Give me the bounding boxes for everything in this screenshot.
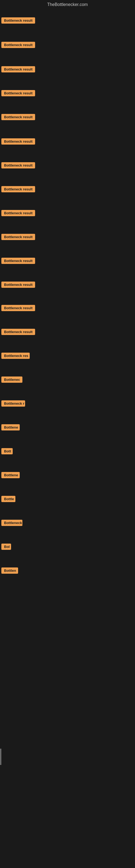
badge-row-24: Bottlen bbox=[1, 567, 18, 575]
badge-row-5: Bottleneck result bbox=[1, 114, 35, 121]
site-title: TheBottlenecker.com bbox=[0, 0, 135, 9]
badge-row-21: Bottle bbox=[1, 496, 15, 503]
badge-row-3: Bottleneck result bbox=[1, 66, 35, 73]
badge-row-14: Bottleneck result bbox=[1, 329, 35, 336]
cursor bbox=[1, 749, 1, 765]
bottleneck-badge-14[interactable]: Bottleneck result bbox=[1, 329, 35, 335]
bottleneck-badge-8[interactable]: Bottleneck result bbox=[1, 186, 35, 192]
bottleneck-badge-20[interactable]: Bottlene bbox=[1, 472, 20, 478]
bottleneck-badge-10[interactable]: Bottleneck result bbox=[1, 234, 35, 240]
badge-row-4: Bottleneck result bbox=[1, 90, 35, 97]
badge-row-15: Bottleneck res bbox=[1, 352, 30, 360]
bottleneck-badge-1[interactable]: Bottleneck result bbox=[1, 18, 35, 24]
badge-row-17: Bottleneck r bbox=[1, 400, 25, 408]
bottleneck-badge-7[interactable]: Bottleneck result bbox=[1, 162, 35, 168]
bottleneck-badge-21[interactable]: Bottle bbox=[1, 496, 15, 502]
bottleneck-badge-16[interactable]: Bottlenec bbox=[1, 376, 22, 383]
badge-row-16: Bottlenec bbox=[1, 376, 22, 384]
bottleneck-badge-15[interactable]: Bottleneck res bbox=[1, 352, 30, 359]
badge-row-12: Bottleneck result bbox=[1, 282, 35, 289]
bottleneck-badge-12[interactable]: Bottleneck result bbox=[1, 282, 35, 288]
badge-row-6: Bottleneck result bbox=[1, 138, 35, 146]
bottleneck-badge-6[interactable]: Bottleneck result bbox=[1, 138, 35, 145]
bottleneck-badge-23[interactable]: Bol bbox=[1, 544, 11, 550]
bottleneck-badge-19[interactable]: Bott bbox=[1, 448, 13, 454]
bottleneck-badge-11[interactable]: Bottleneck result bbox=[1, 258, 35, 264]
bottleneck-badge-18[interactable]: Bottlene bbox=[1, 424, 20, 431]
bottleneck-badge-17[interactable]: Bottleneck r bbox=[1, 400, 25, 407]
badge-row-19: Bott bbox=[1, 448, 13, 456]
bottleneck-badge-24[interactable]: Bottlen bbox=[1, 567, 18, 574]
badge-row-2: Bottleneck result bbox=[1, 42, 35, 49]
badge-row-13: Bottleneck result bbox=[1, 305, 35, 312]
badge-row-10: Bottleneck result bbox=[1, 234, 35, 241]
badge-row-22: Bottleneck bbox=[1, 520, 22, 527]
bottleneck-badge-22[interactable]: Bottleneck bbox=[1, 520, 22, 526]
bottleneck-badge-4[interactable]: Bottleneck result bbox=[1, 90, 35, 96]
badge-row-11: Bottleneck result bbox=[1, 258, 35, 265]
badge-row-18: Bottlene bbox=[1, 424, 20, 432]
badge-row-7: Bottleneck result bbox=[1, 162, 35, 169]
bottleneck-badge-9[interactable]: Bottleneck result bbox=[1, 210, 35, 216]
badge-row-1: Bottleneck result bbox=[1, 18, 35, 25]
bottleneck-badge-13[interactable]: Bottleneck result bbox=[1, 305, 35, 311]
badge-row-23: Bol bbox=[1, 544, 11, 551]
badge-row-20: Bottlene bbox=[1, 472, 20, 479]
badge-row-8: Bottleneck result bbox=[1, 186, 35, 193]
bottleneck-badge-3[interactable]: Bottleneck result bbox=[1, 66, 35, 72]
bottleneck-badge-5[interactable]: Bottleneck result bbox=[1, 114, 35, 120]
badge-row-9: Bottleneck result bbox=[1, 210, 35, 217]
bottleneck-badge-2[interactable]: Bottleneck result bbox=[1, 42, 35, 48]
